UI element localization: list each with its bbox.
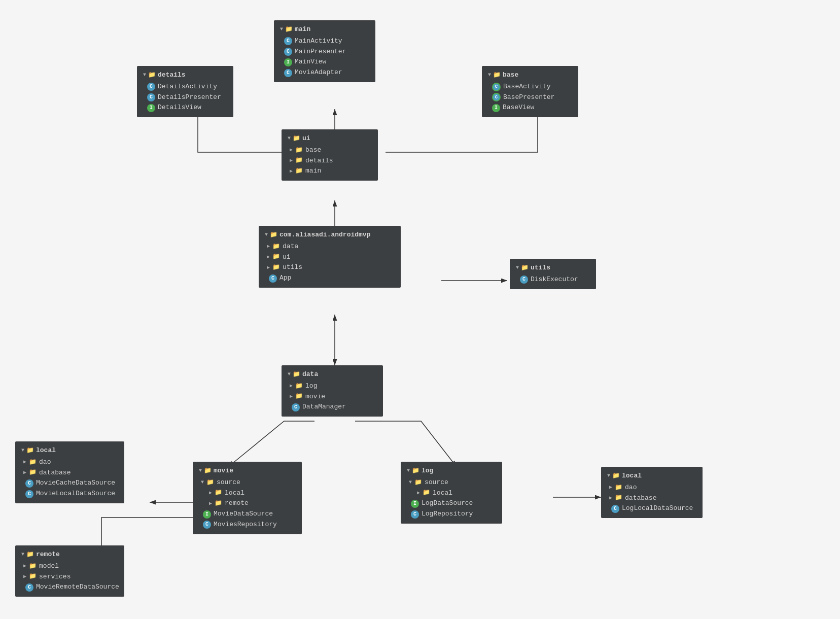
collapse-icon: ▼ [21, 446, 24, 455]
collapse-icon: ▼ [143, 71, 146, 79]
badge-c: C [147, 83, 155, 91]
node-details-title: ▼ 📁 details [143, 70, 227, 81]
expand-icon: ▶ [267, 243, 270, 251]
badge-ci: C [492, 83, 501, 91]
node-utils: ▼ 📁 utils C DiskExecutor [510, 259, 596, 289]
folder-icon: 📁 [272, 263, 280, 272]
movie-title-label: movie [214, 466, 233, 476]
folder-icon: 📁 [215, 499, 222, 508]
local-log-item-2: C LogLocalDataSource [607, 503, 696, 514]
folder-icon: 📁 [615, 493, 622, 503]
ui-item-1: ▶ 📁 details [288, 156, 372, 166]
local-log-item-1: ▶ 📁 database [607, 493, 696, 504]
log-sub-title: ▼ 📁 source [407, 477, 496, 488]
com-item-1: ▶ 📁 ui [265, 252, 395, 263]
ui-title-label: ui [302, 133, 310, 144]
expand-icon: ▶ [609, 484, 612, 492]
node-base: ▼ 📁 base C BaseActivity C BasePresenter … [482, 66, 578, 117]
expand-icon: ▶ [609, 494, 612, 502]
base-item-2: I BaseView [488, 102, 572, 113]
folder-icon: 📁 [272, 252, 280, 262]
com-title-label: com.aliasadi.androidmvp [279, 230, 370, 240]
local-log-item-0: ▶ 📁 dao [607, 483, 696, 493]
ui-item-2: ▶ 📁 main [288, 166, 372, 177]
node-ui: ▼ 📁 ui ▶ 📁 base ▶ 📁 details ▶ 📁 main [282, 129, 378, 181]
details-item-1: C DetailsPresenter [143, 92, 227, 103]
badge-ci: C [492, 93, 501, 101]
log-item-1: I LogDataSource [407, 498, 496, 509]
node-local-log-title: ▼ 📁 local [607, 471, 696, 482]
collapse-icon: ▼ [201, 478, 204, 487]
folder-icon: 📁 [215, 488, 222, 498]
log-title-label: log [422, 466, 433, 476]
node-data: ▼ 📁 data ▶ 📁 log ▶ 📁 movie C DataManager [282, 365, 383, 417]
badge-i: I [492, 104, 500, 112]
local-movie-item-0: ▶ 📁 dao [21, 457, 118, 468]
expand-icon: ▶ [23, 458, 26, 466]
details-title-label: details [158, 70, 186, 81]
base-item-1: C BasePresenter [488, 92, 572, 103]
expand-icon: ▶ [23, 469, 26, 477]
collapse-icon: ▼ [280, 25, 283, 33]
expand-icon: ▶ [209, 500, 212, 508]
folder-icon: 📁 [26, 550, 34, 560]
folder-icon: 📁 [293, 370, 300, 380]
node-remote: ▼ 📁 remote ▶ 📁 model ▶ 📁 services C Movi… [15, 545, 124, 597]
badge-i: I [284, 58, 292, 66]
main-item-1: C MainPresenter [280, 47, 369, 57]
utils-title-label: utils [531, 263, 550, 273]
data-item-2: C DataManager [288, 402, 377, 412]
remote-item-0: ▶ 📁 model [21, 561, 118, 572]
folder-icon: 📁 [295, 392, 303, 401]
collapse-icon: ▼ [516, 264, 519, 272]
badge-c: C [520, 276, 528, 284]
expand-icon: ▶ [267, 264, 270, 272]
node-remote-title: ▼ 📁 remote [21, 549, 118, 560]
collapse-icon: ▼ [265, 231, 268, 239]
expand-icon: ▶ [23, 562, 26, 570]
expand-icon: ▶ [23, 573, 26, 581]
node-local-movie-title: ▼ 📁 local [21, 445, 118, 456]
node-main: ▼ 📁 main C MainActivity C MainPresenter … [274, 20, 375, 82]
base-title-label: base [503, 70, 518, 81]
node-local-log: ▼ 📁 local ▶ 📁 dao ▶ 📁 database C LogLoca… [601, 467, 703, 518]
expand-icon: ▶ [290, 167, 293, 176]
remote-item-2: C MovieRemoteDataSource [21, 582, 118, 593]
ui-item-0: ▶ 📁 base [288, 145, 372, 156]
folder-icon: 📁 [295, 166, 303, 176]
local-movie-item-3: C MovieLocalDataSource [21, 489, 118, 499]
badge-c: C [25, 490, 33, 498]
collapse-icon: ▼ [21, 551, 24, 559]
collapse-icon: ▼ [488, 71, 491, 79]
badge-i: I [411, 500, 419, 508]
badge-c: C [411, 510, 419, 519]
expand-icon: ▶ [290, 382, 293, 390]
folder-icon: 📁 [29, 562, 37, 571]
folder-icon: 📁 [521, 263, 529, 273]
com-item-0: ▶ 📁 data [265, 242, 395, 252]
folder-icon: 📁 [295, 146, 303, 155]
folder-icon: 📁 [29, 468, 37, 477]
movie-sub-title: ▼ 📁 source [199, 477, 296, 488]
collapse-icon: ▼ [407, 467, 410, 475]
node-log-title: ▼ 📁 log [407, 466, 496, 476]
log-item-2: C LogRepository [407, 509, 496, 520]
arrows-overlay [0, 0, 840, 619]
expand-icon: ▶ [267, 253, 270, 261]
expand-icon: ▶ [209, 489, 212, 497]
folder-icon: 📁 [26, 446, 34, 456]
badge-c: C [269, 274, 277, 283]
node-details: ▼ 📁 details C DetailsActivity C DetailsP… [137, 66, 233, 117]
node-movie: ▼ 📁 movie ▼ 📁 source ▶ 📁 local ▶ 📁 remot… [193, 462, 302, 534]
diagram-container: ▼ 📁 main C MainActivity C MainPresenter … [0, 0, 840, 619]
node-local-movie: ▼ 📁 local ▶ 📁 dao ▶ 📁 database C MovieCa… [15, 441, 124, 503]
data-item-1: ▶ 📁 movie [288, 392, 377, 402]
node-ui-title: ▼ 📁 ui [288, 133, 372, 144]
node-utils-title: ▼ 📁 utils [516, 263, 590, 273]
local-movie-title-label: local [36, 445, 56, 456]
folder-icon: 📁 [612, 471, 620, 481]
node-data-title: ▼ 📁 data [288, 369, 377, 380]
expand-icon: ▶ [290, 146, 293, 154]
main-item-3: C MovieAdapter [280, 67, 369, 78]
folder-icon: 📁 [29, 572, 37, 581]
